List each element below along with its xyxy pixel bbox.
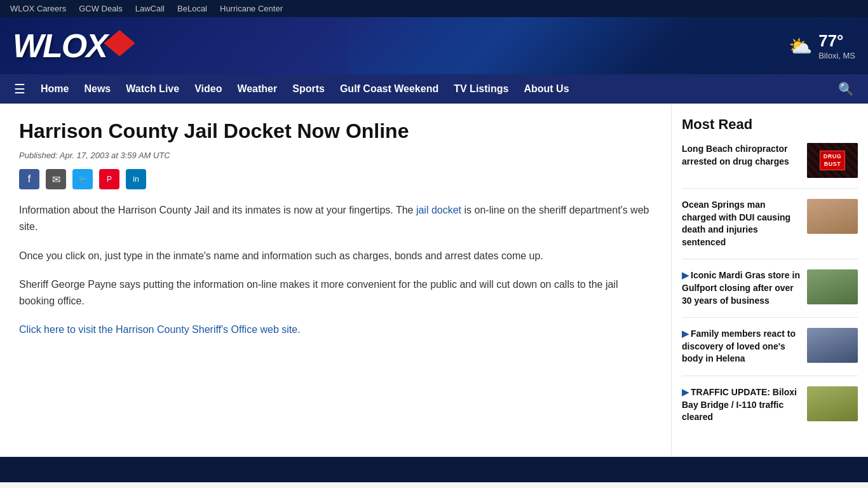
sidebar-item-1: Long Beach chiropractor arrested on drug… xyxy=(682,143,858,189)
nav-item-tv-listings[interactable]: TV Listings xyxy=(446,74,516,104)
article-published: Published: Apr. 17, 2003 at 3:59 AM UTC xyxy=(19,151,652,160)
article-paragraph-3: Sheriff George Payne says putting the in… xyxy=(19,276,652,309)
sidebar-item-2: Ocean Springs man charged with DUI causi… xyxy=(682,199,858,259)
nav-item-gulf-coast[interactable]: Gulf Coast Weekend xyxy=(332,74,446,104)
email-share-button[interactable]: ✉ xyxy=(46,169,66,189)
article-paragraph-2: Once you click on, just type in the inma… xyxy=(19,248,652,264)
topbar-link-lawcall[interactable]: LawCall xyxy=(135,4,165,13)
sheriff-office-link[interactable]: Click here to visit the Harrison County … xyxy=(19,324,301,335)
sidebar-item-1-text[interactable]: Long Beach chiropractor arrested on drug… xyxy=(682,143,801,168)
play-icon-3: ▶ xyxy=(682,270,689,280)
sidebar-item-2-image xyxy=(807,199,858,234)
twitter-share-button[interactable]: 🐦 xyxy=(72,169,93,189)
logo[interactable]: WLOX xyxy=(13,27,130,65)
play-icon-4: ▶ xyxy=(682,329,689,339)
article-body: Information about the Harrison County Ja… xyxy=(19,202,652,338)
sidebar-item-3-image xyxy=(807,269,858,304)
nav-item-video[interactable]: Video xyxy=(187,74,229,104)
nav-item-watch-live[interactable]: Watch Live xyxy=(118,74,187,104)
search-icon[interactable]: 🔍 xyxy=(831,81,862,97)
weather-temp: 77° xyxy=(818,31,855,51)
sidebar-item-2-text[interactable]: Ocean Springs man charged with DUI causi… xyxy=(682,199,801,248)
drug-bust-label: DRUGBUST xyxy=(820,151,846,170)
sidebar-item-4: ▶Family members react to discovery of lo… xyxy=(682,328,858,376)
pinterest-share-button[interactable]: P xyxy=(99,169,119,189)
weather-icon: ⛅ xyxy=(789,35,812,57)
header: WLOX ⛅ 77° Biloxi, MS xyxy=(0,17,868,74)
main-nav: ☰ Home News Watch Live Video Weather Spo… xyxy=(0,74,868,104)
logo-diamond xyxy=(104,30,135,56)
topbar-link-hurricane[interactable]: Hurricane Center xyxy=(220,4,283,13)
nav-item-about[interactable]: About Us xyxy=(516,74,576,104)
page-container: Harrison County Jail Docket Now Online P… xyxy=(0,104,868,457)
sidebar-item-4-text[interactable]: ▶Family members react to discovery of lo… xyxy=(682,328,801,365)
sidebar-item-4-image xyxy=(807,328,858,363)
sidebar-item-3-text[interactable]: ▶Iconic Mardi Gras store in Gulfport clo… xyxy=(682,269,801,307)
article-main: Harrison County Jail Docket Now Online P… xyxy=(0,104,671,457)
nav-item-weather[interactable]: Weather xyxy=(229,74,285,104)
nav-item-home[interactable]: Home xyxy=(33,74,76,104)
jail-docket-link[interactable]: jail docket xyxy=(416,205,461,215)
social-share-bar: f ✉ 🐦 P in xyxy=(19,169,652,189)
sidebar-item-5-image xyxy=(807,386,858,421)
article-paragraph-4: Click here to visit the Harrison County … xyxy=(19,322,652,338)
sidebar-item-5-text[interactable]: ▶TRAFFIC UPDATE: Biloxi Bay Bridge / I-1… xyxy=(682,386,801,424)
top-bar: WLOX Careers GCW Deals LawCall BeLocal H… xyxy=(0,0,868,17)
topbar-link-belocal[interactable]: BeLocal xyxy=(177,4,207,13)
sidebar-item-3: ▶Iconic Mardi Gras store in Gulfport clo… xyxy=(682,269,858,318)
nav-item-news[interactable]: News xyxy=(76,74,118,104)
topbar-link-careers[interactable]: WLOX Careers xyxy=(10,4,66,13)
footer xyxy=(0,457,868,482)
weather-widget: ⛅ 77° Biloxi, MS xyxy=(789,31,855,60)
play-icon-5: ▶ xyxy=(682,387,689,397)
facebook-share-button[interactable]: f xyxy=(19,169,39,189)
hamburger-menu[interactable]: ☰ xyxy=(6,74,33,104)
nav-items-list: Home News Watch Live Video Weather Sport… xyxy=(33,74,831,104)
weather-location: Biloxi, MS xyxy=(818,51,855,60)
sidebar-item-5: ▶TRAFFIC UPDATE: Biloxi Bay Bridge / I-1… xyxy=(682,386,858,434)
nav-item-sports[interactable]: Sports xyxy=(285,74,332,104)
article-paragraph-1: Information about the Harrison County Ja… xyxy=(19,202,652,234)
sidebar-title: Most Read xyxy=(682,116,858,133)
sidebar-item-1-image: DRUGBUST xyxy=(807,143,858,178)
logo-text: WLOX xyxy=(13,27,107,65)
sidebar: Most Read Long Beach chiropractor arrest… xyxy=(671,104,868,457)
topbar-link-gcw[interactable]: GCW Deals xyxy=(79,4,123,13)
linkedin-share-button[interactable]: in xyxy=(126,169,146,189)
article-title: Harrison County Jail Docket Now Online xyxy=(19,119,652,143)
